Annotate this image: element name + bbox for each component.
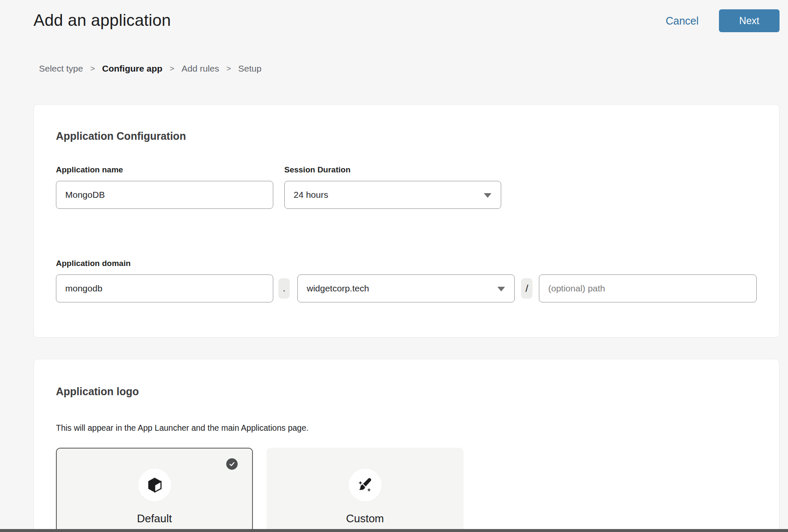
path-input[interactable]: [539, 274, 757, 302]
breadcrumb-separator: >: [226, 64, 231, 73]
dot-separator: .: [278, 278, 290, 299]
session-duration-group: Session Duration 24 hours: [284, 165, 501, 209]
chevron-down-icon: [484, 193, 491, 198]
cancel-button[interactable]: Cancel: [666, 15, 699, 27]
application-name-label: Application name: [56, 165, 273, 175]
default-logo-circle: [138, 468, 171, 502]
page-title: Add an application: [33, 8, 171, 30]
next-button[interactable]: Next: [719, 9, 780, 32]
configuration-heading: Application Configuration: [56, 130, 757, 142]
domain-select[interactable]: widgetcorp.tech: [297, 274, 515, 302]
page-header: Add an application Cancel Next: [0, 0, 788, 32]
breadcrumb-separator: >: [169, 64, 174, 73]
paintbrush-icon: [357, 477, 374, 493]
slash-separator: /: [521, 278, 533, 299]
add-application-page: Add an application Cancel Next Select ty…: [0, 0, 788, 532]
logo-description: This will appear in the App Launcher and…: [56, 423, 757, 433]
logo-options: Default Custom: [56, 448, 757, 532]
header-actions: Cancel Next: [666, 8, 780, 32]
application-domain-label: Application domain: [56, 259, 757, 268]
bottom-edge-bar: [0, 529, 788, 532]
breadcrumb-separator: >: [90, 64, 95, 73]
breadcrumb-item-add-rules[interactable]: Add rules: [181, 64, 219, 74]
application-logo-card: Application logo This will appear in the…: [33, 359, 780, 532]
application-domain-row: . widgetcorp.tech /: [56, 268, 757, 302]
breadcrumb-item-select-type[interactable]: Select type: [39, 64, 83, 74]
breadcrumb-item-setup[interactable]: Setup: [238, 64, 261, 74]
domain-value: widgetcorp.tech: [307, 283, 369, 294]
logo-option-label: Default: [137, 512, 172, 525]
logo-heading: Application logo: [56, 385, 757, 398]
session-duration-label: Session Duration: [284, 165, 501, 175]
breadcrumb: Select type > Configure app > Add rules …: [0, 64, 788, 74]
breadcrumb-item-configure-app[interactable]: Configure app: [102, 64, 162, 74]
application-configuration-card: Application Configuration Application na…: [33, 104, 780, 338]
application-name-input[interactable]: [56, 181, 273, 209]
subdomain-input[interactable]: [56, 274, 273, 302]
logo-option-label: Custom: [346, 512, 384, 525]
session-duration-value: 24 hours: [294, 190, 328, 200]
application-name-group: Application name: [56, 165, 273, 209]
chevron-down-icon: [497, 287, 505, 291]
check-icon: [226, 458, 238, 470]
custom-logo-circle: [349, 468, 382, 502]
name-session-row: Application name Session Duration 24 hou…: [56, 165, 757, 209]
logo-option-default[interactable]: Default: [56, 448, 253, 532]
session-duration-select[interactable]: 24 hours: [284, 181, 501, 209]
cube-icon: [146, 477, 163, 493]
logo-option-custom[interactable]: Custom: [266, 448, 463, 532]
